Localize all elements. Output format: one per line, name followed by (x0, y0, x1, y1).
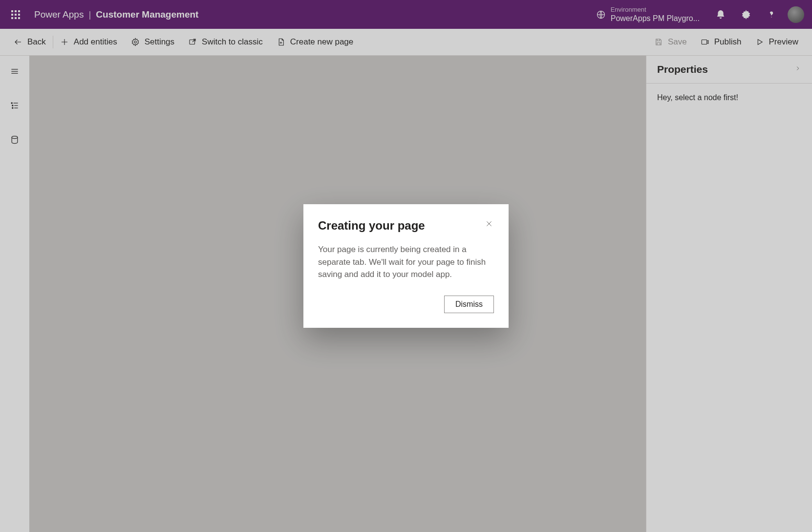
dialog-close-button[interactable] (484, 219, 494, 231)
dialog-title: Creating your page (318, 219, 425, 233)
dialog-header: Creating your page (318, 219, 494, 233)
modal-overlay: Creating your page Your page is currentl… (0, 0, 812, 532)
dialog-body: Your page is currently being created in … (318, 243, 494, 281)
dialog-actions: Dismiss (318, 296, 494, 313)
creating-page-dialog: Creating your page Your page is currentl… (303, 204, 509, 328)
close-icon (485, 220, 493, 228)
dismiss-button[interactable]: Dismiss (444, 296, 494, 313)
